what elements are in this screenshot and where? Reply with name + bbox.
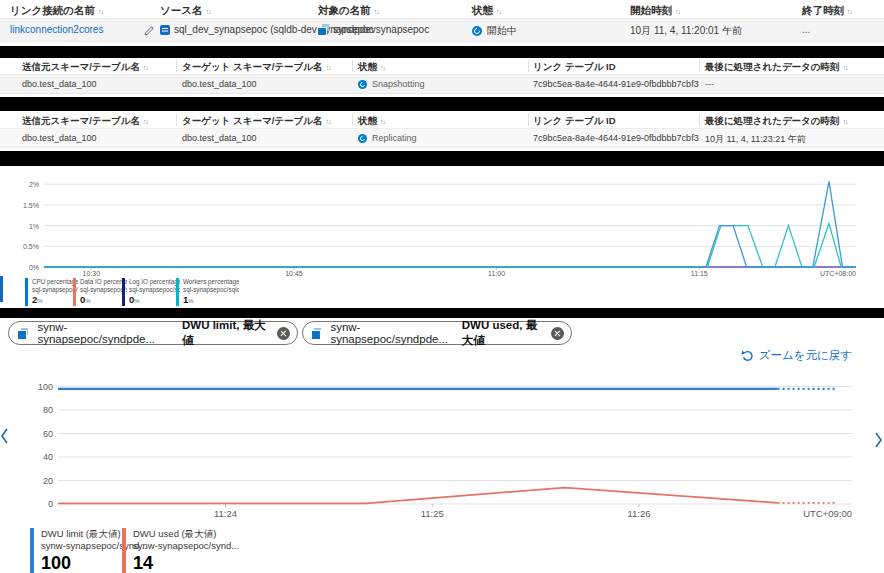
- divider-band: [0, 151, 884, 166]
- status-cell: 開始中: [472, 24, 517, 38]
- column-header-label: 状態: [358, 61, 377, 72]
- svg-text:20: 20: [43, 476, 53, 486]
- end-time-cell: ...: [802, 24, 810, 35]
- sort-icon: ↑↓: [843, 64, 848, 71]
- column-header-label: リンク接続の名前: [10, 4, 95, 16]
- edit-pencil-icon[interactable]: [143, 23, 155, 41]
- column-header-label: 対象の名前: [318, 4, 371, 16]
- column-header-label: 状態: [472, 4, 493, 16]
- column-header-label: ソース名: [160, 4, 203, 16]
- legend-item-workers-percentage[interactable]: Workers percentage (... sql-synapsepoc/s…: [176, 278, 239, 306]
- column-header-status[interactable]: 状態↑↓: [358, 115, 385, 128]
- column-header-last-processed[interactable]: 最後に処理されたデータの時刻↑↓: [705, 115, 848, 128]
- scroll-right-chevron-icon[interactable]: [873, 430, 883, 450]
- sort-icon: ↑↓: [98, 8, 103, 15]
- status-text: Snapshotting: [372, 79, 425, 89]
- table-row: dbo.test_data_100 dbo.test_data_100 Snap…: [0, 75, 884, 94]
- legend-item-log-io-percentage[interactable]: Log IO percentage (最大 sql-synapsepoc/sql…: [122, 278, 180, 306]
- table-row: linkconnection2cores sql_dev_synapsepoc …: [0, 19, 884, 42]
- legend-item-data-io-percentage[interactable]: Data IO percentage (... sql-synapsepoc/s…: [73, 278, 127, 306]
- sql-pool-icon: [318, 24, 329, 35]
- column-header-label: リンク テーブル ID: [533, 115, 616, 126]
- divider-band: [0, 308, 884, 318]
- snapshotting-status-icon: [358, 80, 367, 89]
- divider-band: [0, 46, 884, 58]
- legend-value: 14: [133, 553, 239, 573]
- svg-text:10:30: 10:30: [83, 270, 101, 277]
- column-header-start-time[interactable]: 開始時刻↑↓: [630, 4, 680, 18]
- legend-resource: sql-synapsepoc/sqldb...: [129, 286, 180, 294]
- reset-zoom-button[interactable]: ズームを元に戻す: [741, 348, 852, 363]
- metric-filter-pill-dwu-limit[interactable]: synw-synapsepoc/syndpde... DWU limit, 最大…: [8, 321, 298, 345]
- svg-text:11:26: 11:26: [627, 508, 650, 519]
- svg-text:100: 100: [38, 382, 53, 392]
- svg-text:2%: 2%: [29, 181, 39, 188]
- metric-filter-pill-dwu-used[interactable]: synw-synapsepoc/syndpde... DWU used, 最大値: [302, 321, 572, 345]
- legend-resource: synw-synapsepoc/synd...: [133, 540, 239, 552]
- undo-icon: [741, 349, 754, 362]
- legend-unit: %: [134, 298, 139, 304]
- column-header-source-schema[interactable]: 送信元スキーマ/テーブル名↑↓: [22, 61, 148, 74]
- dwu-metrics-chart-card: synw-synapsepoc/syndpde... DWU limit, 最大…: [0, 318, 884, 573]
- legend-label: Workers percentage (...: [183, 278, 239, 286]
- column-header-link-table-id[interactable]: リンク テーブル ID: [533, 115, 616, 128]
- target-name-text: syndpdevsynapsepoc: [333, 24, 429, 35]
- legend-resource: sql-synapsepoc/sqldb...: [80, 286, 127, 294]
- legend-resource: sql-synapsepoc/sqldb...: [32, 286, 78, 294]
- pill-resource-text: synw-synapsepoc/syndpde...: [330, 321, 456, 345]
- column-header-link-connection-name[interactable]: リンク接続の名前↑↓: [10, 4, 103, 18]
- scroll-left-chevron-icon[interactable]: [0, 426, 10, 446]
- remove-filter-icon[interactable]: [277, 327, 290, 340]
- target-schema-cell: dbo.test_data_100: [182, 79, 257, 89]
- divider-band: [0, 97, 884, 111]
- column-header-target-name[interactable]: 対象の名前↑↓: [318, 4, 379, 18]
- pill-metric-text: DWU used, 最大値: [462, 318, 546, 348]
- snapshot-table: 送信元スキーマ/テーブル名↑↓ ターゲット スキーマ/テーブル名↑↓ 状態↑↓ …: [0, 58, 884, 97]
- sql-pool-icon: [18, 328, 28, 339]
- column-header-end-time[interactable]: 終了時刻↑↓: [802, 4, 852, 18]
- dwu-chart[interactable]: 02040608010011:2411:2511:26UTC+09:00: [0, 370, 884, 522]
- sort-icon: ↑↓: [326, 64, 331, 71]
- sort-icon: ↑↓: [847, 8, 852, 15]
- column-header-label: ターゲット スキーマ/テーブル名: [182, 115, 323, 126]
- link-connection-name-link[interactable]: linkconnection2cores: [10, 24, 103, 35]
- sort-icon: ↑↓: [380, 64, 385, 71]
- legend-unit: %: [85, 298, 90, 304]
- column-header-source-schema[interactable]: 送信元スキーマ/テーブル名↑↓: [22, 115, 148, 128]
- link-table-id-cell: 7c9bc5ea-8a4e-4644-91e9-0fbdbbb7cbf3: [533, 79, 699, 89]
- column-header-source-name[interactable]: ソース名↑↓: [160, 4, 211, 18]
- svg-text:10:45: 10:45: [285, 270, 303, 277]
- link-connection-table: リンク接続の名前↑↓ ソース名↑↓ 対象の名前↑↓ 状態↑↓ 開始時刻↑↓ 終了…: [0, 0, 884, 46]
- remove-filter-icon[interactable]: [551, 327, 564, 340]
- column-header-status[interactable]: 状態↑↓: [358, 61, 385, 74]
- target-schema-cell: dbo.test_data_100: [182, 133, 257, 143]
- legend-label: CPU percentage (最大値: [32, 278, 78, 286]
- svg-text:11:25: 11:25: [421, 508, 444, 519]
- sql-db-metrics-chart-card: 0%0.5%1%1.5%2%10:3010:4511:0011:15UTC+08…: [0, 166, 884, 308]
- sql-pool-icon: [312, 328, 321, 339]
- column-header-target-schema[interactable]: ターゲット スキーマ/テーブル名↑↓: [182, 115, 331, 128]
- sort-icon: ↑↓: [675, 8, 680, 15]
- column-header-target-schema[interactable]: ターゲット スキーマ/テーブル名↑↓: [182, 61, 331, 74]
- svg-text:0.5%: 0.5%: [23, 243, 39, 250]
- svg-text:80: 80: [43, 405, 53, 415]
- column-header-label: 状態: [358, 115, 377, 126]
- sort-icon: ↑↓: [496, 8, 501, 15]
- legend-item-dwu-used[interactable]: DWU used (最大値) synw-synapsepoc/synd... 1…: [122, 528, 239, 573]
- svg-text:0%: 0%: [29, 264, 39, 271]
- column-header-status[interactable]: 状態↑↓: [472, 4, 501, 18]
- column-header-link-table-id[interactable]: リンク テーブル ID: [533, 61, 616, 74]
- column-header-label: 開始時刻: [630, 4, 672, 16]
- column-header-last-processed[interactable]: 最後に処理されたデータの時刻↑↓: [705, 61, 848, 74]
- replicating-status-icon: [358, 134, 367, 143]
- svg-text:1%: 1%: [29, 223, 39, 230]
- sort-icon: ↑↓: [380, 118, 385, 125]
- link-table-id-cell: 7c9bc5ea-8a4e-4644-91e9-0fbdbbb7cbf3: [533, 133, 699, 143]
- legend-item-cpu-percentage[interactable]: CPU percentage (最大値 sql-synapsepoc/sqldb…: [25, 278, 78, 306]
- legend-label: Data IO percentage (...: [80, 278, 127, 286]
- sql-database-icon: [160, 25, 170, 35]
- table-row: dbo.test_data_100 dbo.test_data_100 Repl…: [0, 129, 884, 148]
- selection-indicator-bar: [0, 276, 3, 302]
- sql-db-metrics-chart[interactable]: 0%0.5%1%1.5%2%10:3010:4511:0011:15UTC+08…: [0, 166, 884, 278]
- sort-icon: ↑↓: [143, 64, 148, 71]
